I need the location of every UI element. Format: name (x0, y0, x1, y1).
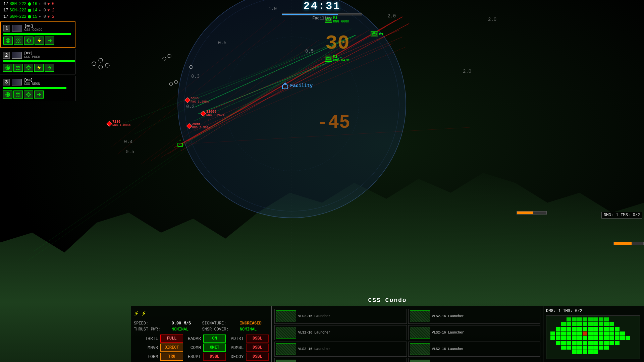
btn-comm[interactable]: XMIT (203, 344, 226, 352)
weapon-icon-6 (410, 343, 430, 355)
unit-m2-btn-target[interactable] (24, 64, 33, 72)
svg-rect-129 (583, 336, 587, 340)
svg-rect-147 (604, 341, 609, 345)
svg-rect-123 (550, 336, 555, 340)
svg-rect-145 (593, 341, 598, 345)
svg-point-54 (16, 66, 18, 67)
svg-line-20 (198, 57, 342, 114)
svg-rect-143 (583, 341, 587, 345)
ctrl-grid: THRTL FULL RADAR ON PDTRT DSBL MNVR DIRE… (134, 335, 269, 362)
weapon-icon-5 (276, 343, 296, 355)
facility-marker: Facility (282, 82, 313, 89)
svg-rect-135 (615, 336, 620, 340)
svg-rect-148 (609, 341, 614, 345)
timer-bar: 24:31 Facility (282, 0, 362, 21)
unit-m3-btn-target[interactable] (24, 90, 33, 99)
unit-m3-btn-radar[interactable] (3, 90, 12, 99)
lbl-mnvr: MNVR (134, 344, 159, 352)
svg-rect-102 (583, 327, 587, 331)
svg-rect-95 (604, 322, 609, 326)
bottom-hud: CSS Condo ⚡ ⚡ SPEED: 0.00 M/S SIGNATURE:… (131, 295, 644, 362)
svg-rect-82 (583, 317, 587, 321)
unit-card-m3[interactable]: 3 [M3] CSS NEON (0, 76, 75, 101)
unit-m1-icon (12, 25, 22, 32)
btn-mnvr[interactable]: DIRECT (160, 344, 183, 352)
unit-m2-btn-radar[interactable] (3, 64, 12, 72)
map-unit-m1[interactable]: M1 (371, 31, 383, 37)
unit-m1-btn-target[interactable] (24, 37, 34, 45)
unit-card-m2[interactable]: 2 [M2] CSS PUSH (0, 49, 75, 74)
weapon-slot-3[interactable]: VLS2-16 Launcher (274, 325, 407, 340)
btn-pdmsl[interactable]: DSBL (246, 344, 269, 352)
btn-radar[interactable]: ON (203, 335, 226, 343)
speed-val: 0.00 M/S (172, 321, 198, 326)
svg-point-32 (105, 63, 109, 67)
weapon-slot-5[interactable]: VLS2-16 Launcher (274, 342, 407, 357)
weapon-slot-6[interactable]: VLS2-16 Launcher (408, 342, 541, 357)
svg-rect-146 (599, 341, 603, 345)
svg-rect-158 (604, 346, 609, 350)
unit-m1-header: 1 [M1] CSS CONDO (2, 23, 73, 33)
svg-rect-130 (588, 336, 593, 340)
btn-form[interactable]: TRU (160, 353, 183, 361)
svg-rect-113 (572, 331, 577, 336)
weapon-slot-7[interactable]: E90 'Blanket' Jammer (274, 358, 407, 362)
unit-m2-header: 2 [M2] CSS PUSH (2, 51, 74, 60)
unit-m1-btn-radar[interactable] (3, 37, 13, 45)
btn-decoy[interactable]: DSBL (246, 353, 269, 361)
svg-rect-118 (599, 331, 603, 336)
svg-rect-106 (604, 327, 609, 331)
unit-m3-actions (2, 89, 74, 100)
map-unit-m2[interactable]: M2 RNG 847m (325, 55, 349, 62)
grid-label-3: 2.0 (463, 69, 471, 74)
lbl-pdtrt: PDTRT (227, 335, 245, 343)
svg-rect-139 (561, 341, 566, 345)
unit-m1-btn-people[interactable] (14, 37, 23, 45)
unit-m1-btn-arrow[interactable] (45, 37, 54, 45)
svg-point-45 (19, 39, 20, 40)
weapon-name-5: VLS2-16 Launcher (298, 347, 330, 351)
svg-point-63 (7, 94, 8, 95)
signature-val: INCREASED (240, 321, 269, 326)
svg-line-3 (181, 17, 402, 144)
unit-m1-number: 1 (3, 25, 10, 32)
unit-m3-tag: [M3] (24, 78, 40, 82)
snsr-val: NOMINAL (240, 327, 269, 332)
unit-m2-btn-people[interactable] (13, 64, 23, 72)
svg-rect-133 (604, 336, 609, 340)
svg-point-33 (99, 65, 103, 69)
enemy-3: 2965 RNG 3.587m (187, 122, 210, 129)
unit-m3-icon (12, 79, 22, 85)
speed-info: SPEED: 0.00 M/S SIGNATURE: INCREASED THR… (134, 321, 269, 332)
btn-esupt[interactable]: DSBL (203, 353, 226, 361)
grid-label-5: 0.5 (305, 49, 314, 54)
ship-diagram (546, 315, 640, 359)
weapon-name-4: VLS2-16 Launcher (432, 331, 464, 335)
unit-m2-health (3, 60, 75, 62)
svg-rect-117 (593, 331, 598, 336)
unit-m1-btn-lightning[interactable] (35, 37, 44, 45)
svg-rect-110 (556, 331, 560, 336)
weapon-slot-1[interactable]: VLS2-16 Launcher (274, 309, 407, 324)
svg-rect-157 (599, 346, 603, 350)
btn-pdtrt[interactable]: DSBL (246, 335, 269, 343)
unit-card-m1[interactable]: 1 [M1] CSS CONDO (0, 21, 75, 48)
svg-rect-124 (556, 336, 560, 340)
ship-diagram-section: DMG: 1 TMS: 0/2 (543, 306, 644, 362)
weapon-slot-4[interactable]: VLS2-16 Launcher (408, 325, 541, 340)
lightning-icon-2: ⚡ (141, 309, 146, 318)
svg-rect-131 (593, 336, 598, 340)
unit-m2-btn-arrow[interactable] (45, 64, 54, 72)
svg-rect-125 (561, 336, 566, 340)
btn-thrtl[interactable]: FULL (160, 335, 183, 343)
svg-rect-156 (593, 346, 598, 350)
weapon-slot-2[interactable]: VLS2-16 Launcher (408, 309, 541, 324)
timer-progress-bar (282, 13, 362, 15)
svg-point-37 (174, 80, 178, 84)
svg-rect-112 (567, 331, 571, 336)
svg-rect-105 (599, 327, 603, 331)
unit-m2-btn-lightning[interactable] (34, 64, 44, 72)
weapon-slot-8[interactable]: E55 'Spotlight' Illuminator (408, 358, 541, 362)
unit-m3-btn-people[interactable] (13, 90, 23, 99)
unit-m3-btn-arrow[interactable] (34, 90, 44, 99)
